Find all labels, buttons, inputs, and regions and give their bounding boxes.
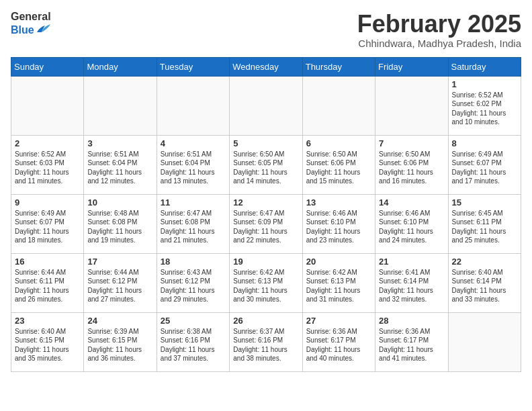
- day-info: Sunrise: 6:52 AM Sunset: 6:03 PM Dayligh…: [15, 150, 80, 186]
- day-number: 12: [233, 197, 298, 208]
- calendar-day: 27Sunrise: 6:36 AM Sunset: 6:17 PM Dayli…: [302, 312, 375, 371]
- day-number: 1: [452, 79, 517, 89]
- calendar-day: 19Sunrise: 6:42 AM Sunset: 6:13 PM Dayli…: [230, 253, 302, 312]
- day-number: 15: [452, 197, 517, 208]
- calendar-day: [11, 76, 84, 135]
- day-info: Sunrise: 6:47 AM Sunset: 6:09 PM Dayligh…: [233, 209, 298, 245]
- calendar-day: 6Sunrise: 6:50 AM Sunset: 6:06 PM Daylig…: [302, 135, 375, 194]
- day-number: 18: [161, 257, 226, 267]
- day-info: Sunrise: 6:46 AM Sunset: 6:10 PM Dayligh…: [379, 209, 444, 245]
- logo: General Blue: [11, 11, 51, 38]
- day-info: Sunrise: 6:46 AM Sunset: 6:10 PM Dayligh…: [306, 209, 371, 245]
- day-info: Sunrise: 6:42 AM Sunset: 6:13 PM Dayligh…: [233, 268, 298, 304]
- weekday-header-row: SundayMondayTuesdayWednesdayThursdayFrid…: [11, 57, 521, 76]
- day-number: 10: [87, 197, 152, 208]
- calendar-day: 2Sunrise: 6:52 AM Sunset: 6:03 PM Daylig…: [11, 135, 84, 194]
- day-info: Sunrise: 6:36 AM Sunset: 6:17 PM Dayligh…: [306, 327, 371, 363]
- weekday-header-wednesday: Wednesday: [230, 57, 302, 76]
- day-info: Sunrise: 6:49 AM Sunset: 6:07 PM Dayligh…: [452, 150, 517, 186]
- day-info: Sunrise: 6:48 AM Sunset: 6:08 PM Dayligh…: [87, 209, 152, 245]
- day-number: 8: [452, 138, 517, 148]
- day-number: 22: [452, 257, 517, 267]
- calendar-day: 5Sunrise: 6:50 AM Sunset: 6:05 PM Daylig…: [230, 135, 302, 194]
- day-number: 28: [379, 316, 444, 326]
- logo-text: General Blue: [11, 11, 51, 38]
- calendar-day: 15Sunrise: 6:45 AM Sunset: 6:11 PM Dayli…: [448, 194, 521, 253]
- day-number: 14: [379, 197, 444, 208]
- day-info: Sunrise: 6:42 AM Sunset: 6:13 PM Dayligh…: [306, 268, 371, 304]
- day-info: Sunrise: 6:43 AM Sunset: 6:12 PM Dayligh…: [161, 268, 226, 304]
- calendar-day: 28Sunrise: 6:36 AM Sunset: 6:17 PM Dayli…: [375, 312, 448, 371]
- day-number: 3: [87, 138, 152, 148]
- day-info: Sunrise: 6:51 AM Sunset: 6:04 PM Dayligh…: [161, 150, 226, 186]
- day-info: Sunrise: 6:52 AM Sunset: 6:02 PM Dayligh…: [452, 91, 517, 127]
- weekday-header-sunday: Sunday: [11, 57, 84, 76]
- month-title: February 2025: [357, 11, 521, 38]
- page-header: General Blue February 2025 Chhindwara, M…: [11, 11, 521, 49]
- day-info: Sunrise: 6:51 AM Sunset: 6:04 PM Dayligh…: [87, 150, 152, 186]
- calendar-week-row: 9Sunrise: 6:49 AM Sunset: 6:07 PM Daylig…: [11, 194, 521, 253]
- day-number: 5: [233, 138, 298, 148]
- day-number: 17: [87, 257, 152, 267]
- day-number: 6: [306, 138, 371, 148]
- day-info: Sunrise: 6:50 AM Sunset: 6:06 PM Dayligh…: [379, 150, 444, 186]
- calendar-day: 26Sunrise: 6:37 AM Sunset: 6:16 PM Dayli…: [230, 312, 302, 371]
- weekday-header-tuesday: Tuesday: [157, 57, 229, 76]
- day-number: 27: [306, 316, 371, 326]
- day-info: Sunrise: 6:44 AM Sunset: 6:11 PM Dayligh…: [15, 268, 80, 304]
- calendar-day: [157, 76, 229, 135]
- calendar-day: 18Sunrise: 6:43 AM Sunset: 6:12 PM Dayli…: [157, 253, 229, 312]
- day-info: Sunrise: 6:37 AM Sunset: 6:16 PM Dayligh…: [233, 327, 298, 363]
- calendar-day: [302, 76, 375, 135]
- day-info: Sunrise: 6:41 AM Sunset: 6:14 PM Dayligh…: [379, 268, 444, 304]
- calendar-day: 3Sunrise: 6:51 AM Sunset: 6:04 PM Daylig…: [84, 135, 157, 194]
- calendar-day: [230, 76, 302, 135]
- day-info: Sunrise: 6:45 AM Sunset: 6:11 PM Dayligh…: [452, 209, 517, 245]
- calendar-day: 16Sunrise: 6:44 AM Sunset: 6:11 PM Dayli…: [11, 253, 84, 312]
- calendar-table: SundayMondayTuesdayWednesdayThursdayFrid…: [11, 57, 521, 372]
- calendar-week-row: 23Sunrise: 6:40 AM Sunset: 6:15 PM Dayli…: [11, 312, 521, 371]
- day-info: Sunrise: 6:50 AM Sunset: 6:06 PM Dayligh…: [306, 150, 371, 186]
- day-number: 24: [87, 316, 152, 326]
- calendar-day: 17Sunrise: 6:44 AM Sunset: 6:12 PM Dayli…: [84, 253, 157, 312]
- weekday-header-thursday: Thursday: [302, 57, 375, 76]
- calendar-day: 13Sunrise: 6:46 AM Sunset: 6:10 PM Dayli…: [302, 194, 375, 253]
- day-info: Sunrise: 6:39 AM Sunset: 6:15 PM Dayligh…: [87, 327, 152, 363]
- title-block: February 2025 Chhindwara, Madhya Pradesh…: [357, 11, 521, 49]
- calendar-day: 4Sunrise: 6:51 AM Sunset: 6:04 PM Daylig…: [157, 135, 229, 194]
- calendar-day: 20Sunrise: 6:42 AM Sunset: 6:13 PM Dayli…: [302, 253, 375, 312]
- day-info: Sunrise: 6:36 AM Sunset: 6:17 PM Dayligh…: [379, 327, 444, 363]
- weekday-header-friday: Friday: [375, 57, 448, 76]
- day-number: 13: [306, 197, 371, 208]
- logo-general: General: [11, 11, 51, 23]
- calendar-day: 14Sunrise: 6:46 AM Sunset: 6:10 PM Dayli…: [375, 194, 448, 253]
- day-number: 21: [379, 257, 444, 267]
- day-number: 9: [15, 197, 80, 208]
- day-number: 25: [161, 316, 226, 326]
- day-info: Sunrise: 6:38 AM Sunset: 6:16 PM Dayligh…: [161, 327, 226, 363]
- calendar-week-row: 16Sunrise: 6:44 AM Sunset: 6:11 PM Dayli…: [11, 253, 521, 312]
- calendar-day: 23Sunrise: 6:40 AM Sunset: 6:15 PM Dayli…: [11, 312, 84, 371]
- calendar-day: 1Sunrise: 6:52 AM Sunset: 6:02 PM Daylig…: [448, 76, 521, 135]
- day-number: 7: [379, 138, 444, 148]
- calendar-week-row: 2Sunrise: 6:52 AM Sunset: 6:03 PM Daylig…: [11, 135, 521, 194]
- weekday-header-saturday: Saturday: [448, 57, 521, 76]
- day-info: Sunrise: 6:49 AM Sunset: 6:07 PM Dayligh…: [15, 209, 80, 245]
- day-number: 23: [15, 316, 80, 326]
- day-number: 11: [161, 197, 226, 208]
- day-info: Sunrise: 6:40 AM Sunset: 6:15 PM Dayligh…: [15, 327, 80, 363]
- location: Chhindwara, Madhya Pradesh, India: [357, 38, 521, 49]
- calendar-week-row: 1Sunrise: 6:52 AM Sunset: 6:02 PM Daylig…: [11, 76, 521, 135]
- day-number: 20: [306, 257, 371, 267]
- calendar-day: 25Sunrise: 6:38 AM Sunset: 6:16 PM Dayli…: [157, 312, 229, 371]
- day-info: Sunrise: 6:40 AM Sunset: 6:14 PM Dayligh…: [452, 268, 517, 304]
- calendar-day: 24Sunrise: 6:39 AM Sunset: 6:15 PM Dayli…: [84, 312, 157, 371]
- day-info: Sunrise: 6:50 AM Sunset: 6:05 PM Dayligh…: [233, 150, 298, 186]
- calendar-day: [84, 76, 157, 135]
- calendar-day: [448, 312, 521, 371]
- calendar-day: 9Sunrise: 6:49 AM Sunset: 6:07 PM Daylig…: [11, 194, 84, 253]
- day-info: Sunrise: 6:44 AM Sunset: 6:12 PM Dayligh…: [87, 268, 152, 304]
- day-number: 16: [15, 257, 80, 267]
- calendar-day: [375, 76, 448, 135]
- weekday-header-monday: Monday: [84, 57, 157, 76]
